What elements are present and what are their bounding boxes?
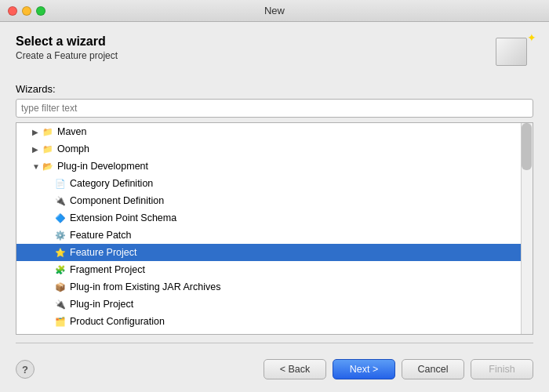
back-button[interactable]: < Back [264,359,326,379]
dialog-header: Select a wizard Create a Feature project… [16,34,533,72]
tree-label-oomph: Oomph [57,143,89,154]
tree-label-fragment-project: Fragment Project [70,264,145,275]
traffic-lights [8,6,45,16]
plugin-icon: 🔌 [54,194,67,207]
tree-label-feature-project: Feature Project [70,247,136,258]
tree-label-category-def: Category Definition [70,178,153,189]
tree-label-feature-patch: Feature Patch [70,230,132,241]
tree-item-category-def[interactable]: 📄Category Definition [16,175,521,192]
tree-item-component-def[interactable]: 🔌Component Definition [16,192,521,209]
tree-label-extension-point: Extension Point Schema [70,212,176,223]
help-icon: ? [22,364,28,376]
tree-container: ▶📁Maven▶📁Oomph▼📂Plug-in Development📄Cate… [16,122,533,335]
tree-item-product-config[interactable]: 🗂️Product Configuration [16,313,521,330]
plugin-icon: 🔌 [54,298,67,310]
filter-input[interactable] [16,99,533,118]
tree-label-plugin-jar: Plug-in from Existing JAR Archives [70,281,220,292]
tree-item-fragment-project[interactable]: 🧩Fragment Project [16,261,521,278]
tree-item-feature-project[interactable]: ⭐Feature Project [16,244,521,261]
finish-button[interactable]: Finish [471,359,533,379]
frag-icon: 🧩 [54,263,67,276]
tree-item-oomph[interactable]: ▶📁Oomph [16,140,521,158]
scrollbar-track[interactable] [521,123,533,334]
prod-icon: 🗂️ [54,315,67,328]
cancel-button[interactable]: Cancel [402,359,464,379]
dialog-content: Select a wizard Create a Feature project… [0,22,549,392]
tree-label-plugin-dev: Plug-in Development [57,161,148,172]
tree-item-plugin-jar[interactable]: 📦Plug-in from Existing JAR Archives [16,278,521,296]
tree-item-plugin-project[interactable]: 🔌Plug-in Project [16,296,521,313]
tree-arrow-plugin-dev: ▼ [32,162,42,171]
header-left: Select a wizard Create a Feature project [16,34,118,61]
help-button[interactable]: ? [16,360,35,379]
tree-label-product-config: Product Configuration [70,316,165,327]
wizards-label: Wizards: [16,83,533,95]
tree-label-component-def: Component Definition [70,195,164,206]
file-icon: 📄 [54,177,67,190]
ext-icon: 🔷 [54,212,67,224]
button-row: ? < Back Next > Cancel Finish [16,359,533,379]
close-button[interactable] [8,6,17,16]
next-button[interactable]: Next > [333,359,395,379]
tree-item-maven[interactable]: ▶📁Maven [16,123,521,140]
tree-label-plugin-project: Plug-in Project [70,299,133,310]
tree-item-plugin-dev[interactable]: ▼📂Plug-in Development [16,158,521,175]
folder-icon: 📁 [42,125,54,138]
dialog-title: Select a wizard [16,34,118,49]
title-bar: New [0,0,549,22]
tree-arrow-oomph: ▶ [32,145,42,154]
maximize-button[interactable] [36,6,45,16]
folder-icon: 📁 [42,143,54,155]
scrollbar-thumb[interactable] [522,123,532,170]
minimize-button[interactable] [22,6,31,16]
dialog-subtitle: Create a Feature project [16,50,118,61]
gear-icon: ⚙️ [54,229,67,241]
window-title: New [264,5,285,16]
tree-arrow-maven: ▶ [32,128,42,136]
folder-open-icon: 📂 [42,160,54,172]
jar-icon: 📦 [54,281,67,293]
wizard-icon: ✦ [496,34,533,72]
tree-item-extension-point[interactable]: 🔷Extension Point Schema [16,209,521,227]
wizard-tree: ▶📁Maven▶📁Oomph▼📂Plug-in Development📄Cate… [16,123,533,330]
tree-label-maven: Maven [57,126,87,137]
tree-item-feature-patch[interactable]: ⚙️Feature Patch [16,227,521,244]
separator [16,343,533,343]
feature-icon: ⭐ [54,246,67,259]
